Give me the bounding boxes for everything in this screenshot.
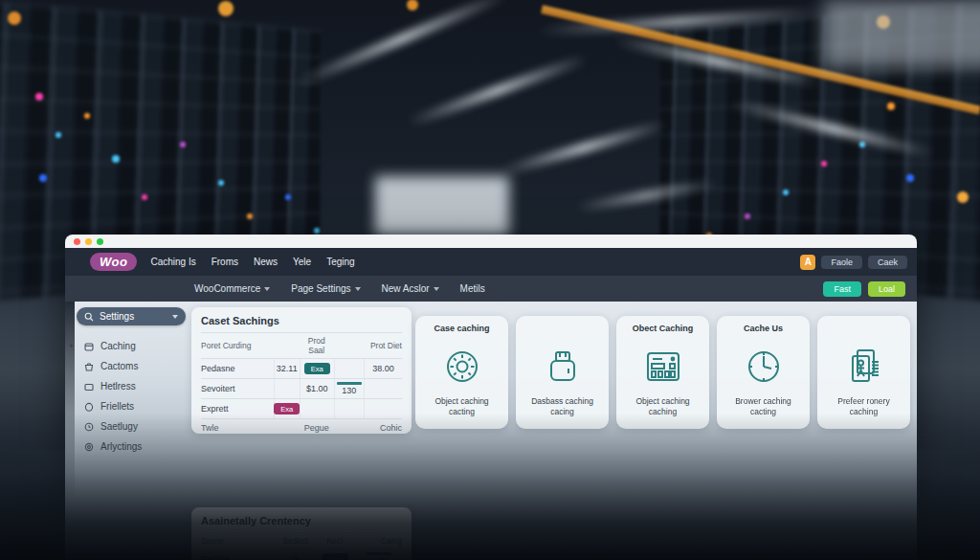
row-value: 1.23: [371, 556, 389, 560]
row-label: Exprett: [201, 404, 274, 414]
table-footer: Twle Pegue Cohic: [201, 418, 402, 436]
card-label: Object cachingcaching: [635, 396, 689, 418]
chevron-down-icon: [172, 315, 178, 319]
user-avatar[interactable]: A: [800, 255, 815, 270]
nav-item-teging[interactable]: Teging: [326, 257, 354, 267]
sidebar: Settings ✦ Caching Cactoms: [77, 307, 186, 456]
gear-icon: [84, 442, 94, 452]
top-navbar: Woo Caching Is Froms News Yele Teging A …: [65, 248, 917, 276]
basket-icon: [84, 362, 94, 371]
row-chevron: >: [278, 549, 314, 560]
trend-bar: [367, 552, 391, 555]
card-label: Object cachingcacting: [434, 396, 488, 418]
clock-icon: [742, 345, 786, 389]
column-header: Sasne: [201, 536, 278, 546]
ceiling-panel: [823, 0, 980, 67]
sidebar-item-label: Settings: [100, 311, 134, 322]
card-object-caching[interactable]: Obect Caching Object cachingcaching: [616, 316, 709, 429]
column-header: Caing: [356, 536, 402, 546]
card-label: Prefeer ronerycaching: [837, 396, 889, 418]
nav-item-news[interactable]: News: [254, 257, 278, 267]
fast-button[interactable]: Fast: [823, 281, 861, 297]
sidebar-item-label: Hetlress: [100, 381, 136, 392]
sidebar-item-settings[interactable]: Settings: [77, 307, 186, 325]
row-value: $1.00: [300, 379, 334, 398]
column-header: Necl: [314, 536, 356, 546]
browser-window: Woo Caching Is Froms News Yele Teging A …: [65, 235, 917, 560]
ceiling-light: [295, 0, 509, 88]
ceiling-light: [729, 100, 936, 159]
sidebar-item-cactoms[interactable]: Cactoms: [77, 357, 186, 375]
row-value: 130: [342, 386, 356, 395]
panel-title: Caset Sachings: [201, 315, 402, 326]
footer-label: Pegue: [300, 423, 334, 433]
ceiling-light: [406, 54, 589, 127]
column-header: Prod Saal: [300, 336, 334, 355]
sidebar-item-label: Cactoms: [100, 361, 138, 371]
dial-icon: [440, 345, 484, 389]
footer-label: Twle: [201, 423, 274, 433]
row-label: Pedasne: [201, 364, 274, 373]
table-row: Exprett Exa: [201, 398, 402, 418]
close-window-button[interactable]: [74, 238, 80, 245]
sidebar-item-friellets[interactable]: Friellets: [77, 397, 186, 415]
row-label: Pecline: [201, 554, 278, 560]
status-badge: Exa: [274, 403, 300, 414]
card-label: Brower cachingcacting: [735, 396, 791, 418]
subnav-metils[interactable]: Metils: [460, 283, 485, 294]
table-row: Pecline > Exa 1.23: [201, 549, 402, 560]
box-icon: [84, 342, 94, 351]
sidebar-item-arlyctings[interactable]: Arlyctings: [77, 437, 186, 456]
card-title: Cache Us: [744, 324, 783, 335]
server-icon: [641, 345, 685, 389]
clock-icon: [84, 422, 94, 432]
column-header: Prot Diet: [364, 341, 402, 350]
left-rail: [65, 302, 75, 503]
active-bullet: ✦: [68, 342, 75, 350]
faole-button[interactable]: Faole: [821, 256, 862, 269]
ceiling-light: [500, 120, 668, 175]
woo-logo[interactable]: Woo: [90, 253, 137, 271]
rack-led-lights: [0, 0, 2, 2]
sidebar-item-saetlugy[interactable]: Saetlugy: [77, 417, 186, 436]
chevron-down-icon: [355, 287, 361, 291]
chevron-down-icon: [434, 287, 439, 291]
cache-settings-panel: Caset Sachings Poret Curding Prod Saal P…: [191, 307, 412, 434]
window-titlebar: [65, 235, 917, 248]
sidebar-item-caching[interactable]: ✦ Caching: [77, 337, 186, 355]
loal-button[interactable]: Loal: [868, 281, 905, 297]
nav-item-caching-is[interactable]: Caching Is: [150, 257, 195, 267]
card-title: Obect Caching: [633, 324, 694, 335]
table-header: Poret Curding Prod Saal Prot Diet: [201, 332, 402, 358]
sidebar-item-label: Friellets: [100, 401, 134, 412]
panel-title: Asainetally Crentency: [201, 515, 402, 526]
table-header: Sasne Sedect Necl Caing: [201, 532, 402, 549]
subnav-page-settings[interactable]: Page Settings: [291, 283, 360, 294]
footer-label: Cohic: [364, 423, 402, 433]
card-prefetch-caching[interactable]: Prefeer ronerycaching: [817, 316, 910, 429]
ceiling-light: [574, 179, 717, 213]
nav-item-froms[interactable]: Froms: [212, 257, 238, 267]
row-label: Sevoitert: [201, 384, 274, 393]
ceiling-light: [613, 35, 821, 88]
card-browser-caching[interactable]: Cache Us Brower cachingcacting: [717, 316, 810, 429]
sidebar-item-label: Saetlugy: [100, 421, 138, 432]
lock-icon: [541, 345, 585, 389]
content-area: Settings ✦ Caching Cactoms: [65, 302, 917, 560]
subnav-woocommerce[interactable]: WooCommerce: [194, 283, 270, 294]
card-database-caching[interactable]: Dasbass cachingcacing: [516, 316, 609, 429]
nav-item-yele[interactable]: Yele: [293, 257, 311, 267]
zoom-window-button[interactable]: [97, 238, 103, 245]
card-label: Dasbass cachingcacing: [531, 396, 593, 418]
subnav-new-acslor[interactable]: New Acslor: [382, 283, 439, 294]
table-row: Sevoitert $1.00 130: [201, 378, 402, 398]
trend-bar: [337, 382, 362, 385]
document-person-icon: [842, 345, 886, 389]
sidebar-item-label: Arlyctings: [100, 441, 142, 452]
analytics-panel: Asainetally Crentency Sasne Sedect Necl …: [191, 507, 412, 560]
caek-button[interactable]: Caek: [868, 256, 907, 269]
card-case-caching[interactable]: Case caching Object cachingcacting: [415, 316, 508, 429]
sidebar-item-hetlress[interactable]: Hetlress: [77, 377, 186, 395]
status-badge: Exa: [323, 553, 348, 560]
minimize-window-button[interactable]: [85, 238, 92, 245]
